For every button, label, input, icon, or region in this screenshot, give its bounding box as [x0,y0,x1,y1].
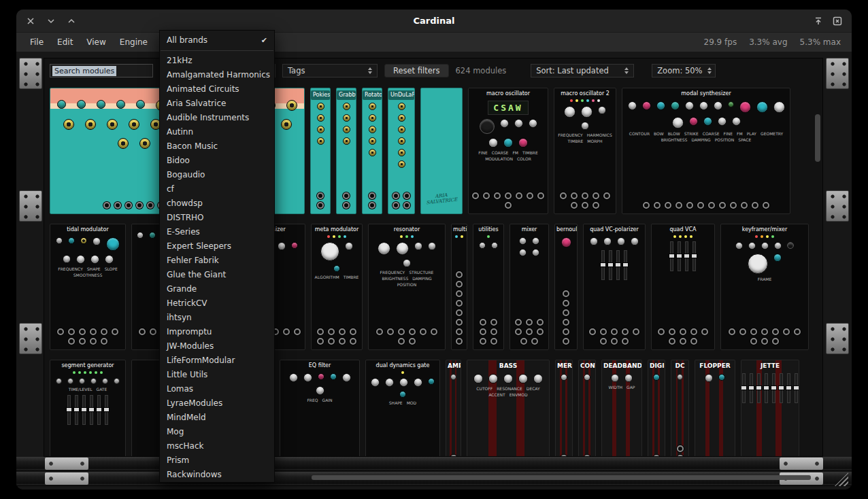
brand-menu-item-ihtsyn[interactable]: ihtsyn [160,311,274,325]
jack-row [473,317,503,349]
module-pokies[interactable]: Pokies [310,88,331,214]
brand-menu-item-mschack[interactable]: mscHack [160,439,274,453]
menubar-item-engine[interactable]: Engine [113,35,154,50]
brand-menu-item-glue-the-giant[interactable]: Glue the Giant [160,268,274,282]
close-icon[interactable] [26,16,35,26]
jack [90,328,97,335]
brand-menu-item-fehler-fabrik[interactable]: Fehler Fabrik [160,254,274,268]
jack [516,192,522,199]
jack [582,202,588,209]
brand-menu-item-expert-sleepers[interactable]: Expert Sleepers [160,239,274,254]
pin-to-top-icon[interactable] [814,16,823,26]
module-panel[interactable]: ARIA SALVATRICE [420,88,463,214]
brand-menu-item-lyraemodules[interactable]: LyraeModules [160,396,274,411]
jack [680,328,686,335]
jack [101,328,107,335]
module-macro-oscillator[interactable]: macro oscillatorCSAWFINECOARSEFMTIMBREMO… [468,88,548,214]
knob [56,378,62,384]
knob [116,100,125,109]
knob-labels: FINECOARSEFMTIMBREMODULATIONCOLOR [469,150,548,162]
module-quad-vc-polarizer[interactable]: quad VC-polarizer [583,224,646,350]
horizontal-scrollbar-thumb[interactable] [312,475,811,480]
module-undular[interactable]: UnDuLaR [388,88,415,214]
module-multiples[interactable]: multiples [451,224,467,350]
jack [112,328,118,335]
module-title [440,88,443,93]
brand-menu-item-lomas[interactable]: Lomas [160,382,274,396]
menubar-item-file[interactable]: File [23,35,50,50]
module-conv[interactable]: CONV [578,360,596,457]
sort-select[interactable]: Sort: Last updated [531,64,634,78]
brand-menu-item-grande[interactable]: Grande [160,282,274,296]
module-macro-oscillator-2[interactable]: macro oscillator 2FREQUENCYHARMONICSTIMB… [554,88,616,214]
menubar-item-edit[interactable]: Edit [50,35,80,50]
brand-menu-item-distrho[interactable]: DISTRHO [160,211,274,225]
module-deadband[interactable]: DEADBANDWIDTHGAP [601,360,642,457]
brand-menu-item-prism[interactable]: Prism [160,453,274,468]
brand-menu-item-cf[interactable]: cf [160,182,274,196]
brand-menu-item-audible-instruments[interactable]: Audible Instruments [160,111,274,125]
jack [783,328,790,335]
module-dual-dynamics-gate[interactable]: dual dynamics gateSHAPEMOD [365,360,440,457]
module-mixer[interactable]: mixer [510,224,549,350]
brand-menu-item-e-series[interactable]: E-Series [160,225,274,239]
brand-menu-item-lifeformmodular[interactable]: LifeFormModular [160,354,274,368]
jack [563,300,569,307]
brand-menu-item-impromptu[interactable]: Impromptu [160,325,274,339]
brand-menu-item-bacon-music[interactable]: Bacon Music [160,139,274,154]
led-row [487,235,490,239]
brand-menu-item-mog[interactable]: Mog [160,425,274,439]
brand-menu-item-bidoo[interactable]: Bidoo [160,154,274,168]
brand-menu-item-all-brands[interactable]: All brands✔ [160,33,274,48]
search-input[interactable]: Search modules [50,64,153,78]
knob-label: GATE [97,387,107,392]
rack-rail [826,58,849,89]
jack [643,202,650,209]
module-eq-filter[interactable]: EQ filterFREQGAIN [280,360,360,457]
vertical-scrollbar-thumb[interactable] [815,114,820,162]
jack [483,192,490,199]
brand-menu-item-hetrickcv[interactable]: HetrickCV [160,296,274,311]
jack [675,202,682,209]
brand-menu-item-chowdsp[interactable]: chowdsp [160,196,274,211]
brand-menu-item-21khz[interactable]: 21kHz [160,54,274,68]
module-keyframer-mixer[interactable]: keyframer/mixerFRAME [720,224,809,350]
brand-menu-item-mindmeld[interactable]: MindMeld [160,411,274,425]
module-flopper[interactable]: FLOPPER [695,360,735,457]
close-box-icon[interactable] [833,16,842,26]
module-modal-synthesizer[interactable]: modal synthesizerCONTOURBOWBLOWSTRIKECOA… [622,88,790,214]
menubar-item-view[interactable]: View [80,35,112,50]
module-quad-vca[interactable]: quad VCA [651,224,715,350]
module-grabby[interactable]: Grabby [336,88,356,214]
module-mera[interactable]: MERA [555,360,573,457]
module-resonator[interactable]: resonatorFREQUENCYSTRUCTUREBRIGHTNESSDAM… [368,224,446,350]
brand-menu-item-rackwindows[interactable]: Rackwindows [160,468,274,482]
zoom-select[interactable]: Zoom: 50% [652,64,716,78]
module-digi[interactable]: DIGI [648,360,665,457]
brand-menu-item-aria-salvatrice[interactable]: Aria Salvatrice [160,97,274,111]
module-bernoulli-gate[interactable]: bernoulli gate [554,224,578,350]
tags-select[interactable]: Tags [282,64,378,78]
vertical-scrollbar[interactable] [815,61,820,453]
module-amp[interactable]: AMP [446,360,461,457]
brand-menu-item-jw-modules[interactable]: JW-Modules [160,339,274,354]
led-indicator [400,235,403,238]
jack [669,328,675,335]
brand-menu-item-amalgamated-harmonics[interactable]: Amalgamated Harmonics [160,68,274,82]
chevron-down-icon[interactable] [46,16,56,26]
chevron-up-icon[interactable] [67,16,76,26]
module-bass[interactable]: BASSCUTOFFRESONANCEDECAYACCENTENVMOD [467,360,550,457]
brand-menu-item-little-utils[interactable]: Little Utils [160,368,274,382]
module-utilities[interactable]: utilities [473,224,504,350]
reset-filters-button[interactable]: Reset filters [384,64,449,78]
module-dc[interactable]: DC [671,360,689,457]
brand-menu-item-bogaudio[interactable]: Bogaudio [160,168,274,182]
module-meta-modulator[interactable]: meta modulatorALGORITHMTIMBRE [311,224,363,350]
module-jette[interactable]: JETTE [741,360,799,457]
module-rotatoes[interactable]: Rotatoes [362,88,382,214]
module-segment-generator[interactable]: segment generatorTIME/LEVELGATE [50,360,126,457]
brand-menu-item-animated-circuits[interactable]: Animated Circuits [160,82,274,97]
module-tidal-modulator[interactable]: tidal modulatorFREQUENCYSHAPESLOPESMOOTH… [50,224,126,350]
brand-menu-item-autinn[interactable]: Autinn [160,125,274,139]
knob-label: ACCENT [488,392,505,397]
